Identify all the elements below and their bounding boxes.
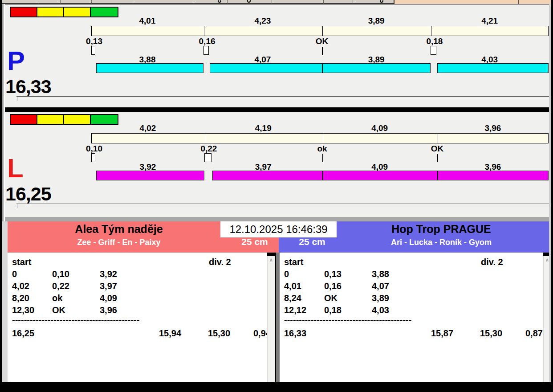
exchange-ok-label: ok xyxy=(302,144,342,154)
lane-panel-P: 4,014,233,894,210,130,16OK0,183,884,073,… xyxy=(0,4,553,107)
split-bar-divider xyxy=(322,26,323,36)
lane-total-time: 16,25 xyxy=(5,184,51,204)
split-bar-divider xyxy=(204,26,204,36)
table-total-value: 16,33 xyxy=(284,328,306,338)
table-total-value: 16,25 xyxy=(12,328,34,338)
exchange-ok-tick xyxy=(322,47,323,55)
legend-color-box xyxy=(37,115,64,124)
split-bar-top xyxy=(91,26,549,36)
split-top-label: 4,02 xyxy=(123,123,172,133)
jump-height-label: 25 cm xyxy=(232,237,277,247)
toolbar-separator xyxy=(193,0,193,4)
team-members: Zee - Griff - En - Paixy xyxy=(8,238,230,247)
exchange-penalty-box xyxy=(203,46,209,55)
split-bar-divider xyxy=(438,134,438,143)
table-cell: 4,02 xyxy=(12,281,29,291)
toolbar-separator xyxy=(132,0,132,4)
lane-letter: L xyxy=(7,155,24,181)
bottom-left-rail xyxy=(2,221,8,382)
split-top-label: 4,23 xyxy=(238,16,287,26)
lane-status-tick xyxy=(17,204,17,208)
lane-total-time: 16,33 xyxy=(5,77,51,96)
run-bar-segment xyxy=(210,63,431,73)
toolbar-separator xyxy=(60,0,61,4)
table-header-division: div. 2 xyxy=(481,257,503,267)
lane-status-line xyxy=(16,96,549,97)
table-cell: 3,97 xyxy=(100,281,117,291)
table-cell: 12,12 xyxy=(284,305,306,315)
table-cell: 0,22 xyxy=(52,281,69,291)
legend-color-box xyxy=(11,8,37,16)
toolbar-strip[interactable] xyxy=(0,0,553,4)
split-top-label: 4,21 xyxy=(465,16,514,26)
toolbar-separator xyxy=(353,0,353,4)
table-cell: 3,96 xyxy=(100,305,117,315)
toolbar-text-fragment xyxy=(247,0,251,3)
table-cell: 4,01 xyxy=(284,281,301,291)
exchange-ok-label: OK xyxy=(302,37,342,46)
table-header-start: start xyxy=(12,257,31,267)
table-cell: 0,18 xyxy=(324,305,342,315)
split-top-label: 4,01 xyxy=(123,16,172,26)
result-table-left: startdiv. 200,103,924,020,223,978,20ok4,… xyxy=(8,253,267,382)
table-cell: ok xyxy=(52,293,62,303)
table-scrollbar-left[interactable]: ∧ xyxy=(267,256,275,382)
run-bar-divider xyxy=(437,171,438,180)
lane-panel-L: 4,024,194,093,960,100,22okOK3,923,974,09… xyxy=(0,112,553,217)
table-header-division: div. 2 xyxy=(209,257,231,267)
exchange-ok-label: OK xyxy=(417,144,457,154)
window-border-bottom xyxy=(0,382,553,392)
table-cell: 0,10 xyxy=(52,269,69,279)
split-bar-divider xyxy=(431,26,431,36)
table-divider xyxy=(276,253,280,382)
window-rail-left-inner xyxy=(4,4,5,221)
legend-color-box xyxy=(11,115,37,124)
table-cell: OK xyxy=(324,293,337,303)
table-total-value: 15,94 xyxy=(159,328,181,338)
legend-color-box xyxy=(91,8,118,16)
table-cell: 0 xyxy=(12,269,17,279)
split-bar-top xyxy=(91,133,549,143)
section-divider-band xyxy=(2,217,551,221)
legend-color-box xyxy=(64,8,91,16)
split-top-label: 4,09 xyxy=(355,123,404,133)
table-cell: OK xyxy=(52,305,65,315)
team-members: Ari - Lucka - Roník - Gyom xyxy=(337,238,546,247)
exchange-penalty-box xyxy=(204,153,211,162)
run-bar-segment xyxy=(437,63,549,73)
run-bar-segment xyxy=(96,63,203,73)
split-top-label: 3,96 xyxy=(468,123,517,133)
team-name: Hop Trop PRAGUE xyxy=(337,223,546,236)
exchange-penalty-label: 0,13 xyxy=(74,37,114,46)
toolbar-text-fragment xyxy=(380,0,383,3)
table-cell: 3,89 xyxy=(372,293,389,303)
table-cell: 8,20 xyxy=(12,293,29,303)
table-cell: 4,03 xyxy=(372,305,389,315)
table-total-value: 15,87 xyxy=(431,328,453,338)
run-bar-segment xyxy=(96,171,204,180)
table-cell: 4,09 xyxy=(100,293,117,303)
table-cell: 3,88 xyxy=(372,269,389,279)
table-total-value: 15,30 xyxy=(208,328,230,338)
exchange-penalty-label: 0,18 xyxy=(415,37,455,46)
exchange-penalty-label: 0,10 xyxy=(74,144,114,154)
exchange-penalty-box xyxy=(91,46,95,55)
scroll-up-arrow[interactable]: ∧ xyxy=(268,257,275,263)
lane-status-tick xyxy=(17,96,17,101)
toolbar-right-panel xyxy=(394,0,551,4)
split-top-label: 3,89 xyxy=(352,16,401,26)
toolbar-text-fragment xyxy=(218,0,221,3)
table-cell: 8,24 xyxy=(284,293,301,303)
window-border-right xyxy=(551,0,553,392)
toolbar-separator xyxy=(38,0,38,4)
lane-divider-band xyxy=(0,107,553,112)
table-total-value: 0,94 xyxy=(253,328,267,338)
jump-height-label: 25 cm xyxy=(290,237,334,247)
toolbar-separator xyxy=(91,0,92,4)
lane-legend xyxy=(10,7,118,17)
run-bar-divider xyxy=(322,171,323,180)
exchange-ok-tick xyxy=(322,154,323,162)
table-cell: 0,13 xyxy=(324,269,342,279)
legend-color-box xyxy=(37,8,64,16)
exchange-penalty-label: 0,22 xyxy=(189,144,229,154)
